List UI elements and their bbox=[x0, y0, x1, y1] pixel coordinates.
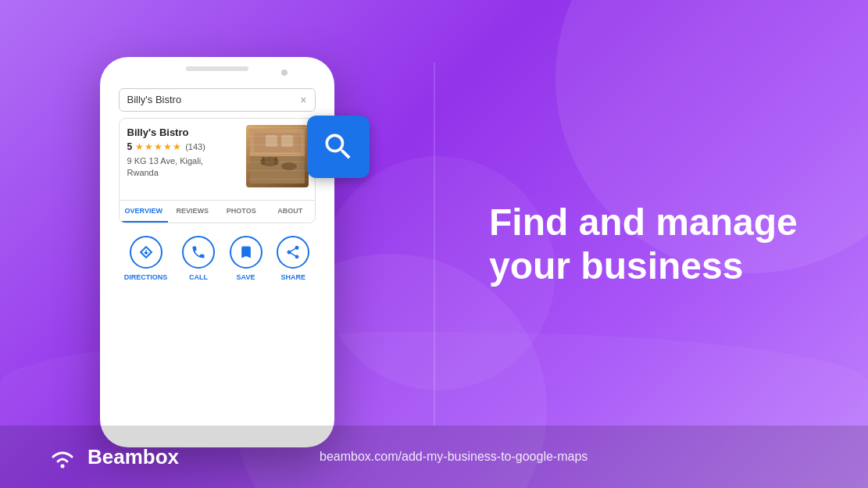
share-circle bbox=[277, 236, 309, 269]
call-circle bbox=[182, 236, 215, 269]
business-image bbox=[246, 125, 309, 187]
card-with-image: Billy's Bistro 5 ★★★★★ (143) 9 KG 13 Ave… bbox=[120, 119, 315, 194]
rating-row: 5 ★★★★★ (143) bbox=[127, 141, 232, 152]
right-section: Find and manage your business bbox=[434, 0, 868, 488]
business-info: Billy's Bistro 5 ★★★★★ (143) 9 KG 13 Ave… bbox=[120, 119, 240, 194]
directions-label: DIRECTIONS bbox=[124, 273, 168, 281]
bottom-url: beambox.com/add-my-business-to-google-ma… bbox=[320, 450, 588, 464]
phone-notch bbox=[186, 66, 248, 71]
svg-point-9 bbox=[61, 465, 65, 468]
search-input-text: Billy's Bistro bbox=[127, 94, 296, 105]
phone-camera bbox=[281, 69, 288, 76]
phone-mockup: Billy's Bistro × Billy's Bistro 5 ★★★★★ … bbox=[100, 57, 334, 447]
headline: Find and manage your business bbox=[489, 201, 798, 287]
search-icon bbox=[321, 130, 355, 164]
business-image-inner bbox=[246, 125, 309, 187]
tab-reviews[interactable]: REVIEWS bbox=[168, 201, 217, 223]
save-icon bbox=[238, 244, 254, 260]
search-badge bbox=[307, 116, 370, 178]
svg-rect-0 bbox=[250, 129, 305, 183]
stars: ★★★★★ bbox=[135, 141, 182, 152]
headline-line2: your business bbox=[489, 245, 743, 287]
svg-rect-6 bbox=[254, 133, 301, 152]
call-action[interactable]: CALL bbox=[182, 236, 215, 281]
share-label: SHARE bbox=[280, 273, 305, 281]
beambox-logo-icon bbox=[47, 444, 78, 469]
tab-overview[interactable]: OVERVIEW bbox=[120, 201, 169, 223]
save-circle bbox=[230, 236, 263, 269]
svg-rect-4 bbox=[262, 157, 265, 165]
save-action[interactable]: SAVE bbox=[230, 236, 263, 281]
svg-rect-8 bbox=[281, 135, 293, 147]
phone-screen: Billy's Bistro × Billy's Bistro 5 ★★★★★ … bbox=[109, 77, 325, 433]
headline-line1: Find and manage bbox=[489, 201, 798, 243]
brand-name: Beambox bbox=[88, 445, 179, 469]
business-card: Billy's Bistro 5 ★★★★★ (143) 9 KG 13 Ave… bbox=[119, 118, 316, 223]
bottom-bar: Beambox beambox.com/add-my-business-to-g… bbox=[0, 426, 868, 488]
phone-container: Billy's Bistro × Billy's Bistro 5 ★★★★★ … bbox=[100, 41, 334, 447]
svg-rect-1 bbox=[250, 156, 305, 183]
review-count: (143) bbox=[185, 142, 205, 151]
search-bar[interactable]: Billy's Bistro × bbox=[119, 88, 316, 112]
share-icon bbox=[285, 244, 301, 260]
tab-photos[interactable]: PHOTOS bbox=[217, 201, 266, 223]
save-label: SAVE bbox=[237, 273, 255, 281]
address: 9 KG 13 Ave, Kigali,Rwanda bbox=[127, 155, 232, 180]
actions-row: DIRECTIONS CALL bbox=[109, 223, 325, 289]
rating-number: 5 bbox=[127, 141, 133, 152]
search-clear-icon[interactable]: × bbox=[300, 94, 306, 106]
directions-action[interactable]: DIRECTIONS bbox=[124, 236, 168, 281]
business-name: Billy's Bistro bbox=[127, 126, 232, 138]
tabs-row: OVERVIEW REVIEWS PHOTOS ABOUT bbox=[120, 200, 315, 223]
logo-area: Beambox bbox=[47, 444, 179, 469]
call-label: CALL bbox=[189, 273, 208, 281]
svg-rect-5 bbox=[274, 157, 277, 165]
share-action[interactable]: SHARE bbox=[277, 236, 309, 281]
left-section: Billy's Bistro × Billy's Bistro 5 ★★★★★ … bbox=[0, 0, 434, 488]
svg-point-3 bbox=[281, 162, 297, 170]
restaurant-image-svg bbox=[250, 129, 305, 183]
svg-rect-7 bbox=[266, 135, 277, 147]
directions-circle bbox=[130, 236, 163, 269]
svg-point-2 bbox=[260, 157, 279, 166]
call-icon bbox=[191, 244, 206, 260]
directions-icon bbox=[138, 244, 154, 260]
tab-about[interactable]: ABOUT bbox=[266, 201, 315, 223]
